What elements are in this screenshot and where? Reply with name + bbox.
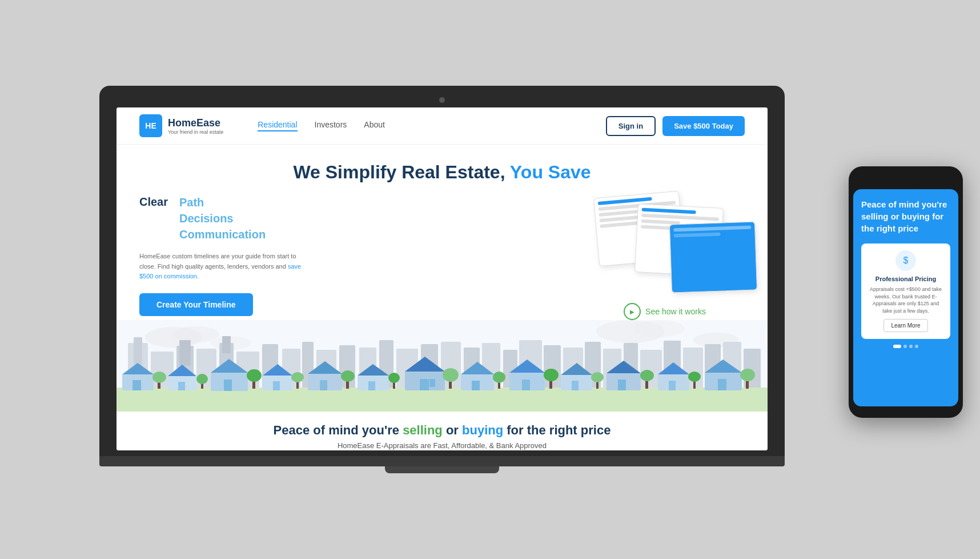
svg-point-56	[247, 369, 262, 382]
phone-dots	[861, 345, 950, 348]
dot-4	[915, 345, 918, 348]
tagline-communication: Communication	[179, 226, 266, 242]
laptop-stand	[385, 466, 499, 473]
svg-rect-54	[224, 380, 232, 391]
svg-rect-74	[420, 379, 429, 390]
svg-point-4	[633, 320, 685, 337]
create-timeline-button[interactable]: Create Your Timeline	[139, 293, 253, 316]
svg-rect-95	[618, 380, 626, 390]
phone-content: Peace of mind you're selling or buying f…	[853, 189, 958, 357]
save-cta-button[interactable]: Save $500 Today	[662, 116, 745, 136]
laptop-camera	[439, 97, 445, 103]
nav-residential[interactable]: Residential	[258, 120, 297, 131]
svg-point-66	[341, 370, 355, 382]
svg-rect-100	[669, 381, 676, 390]
svg-rect-85	[522, 380, 530, 390]
svg-rect-11	[179, 340, 191, 366]
laptop-base	[99, 456, 785, 466]
svg-point-2	[174, 326, 219, 342]
phone-card: $ Professional Pricing Appraisals cost +…	[861, 243, 950, 339]
logo-icon-text: HE	[145, 121, 156, 130]
hero-description: HomeEase custom timelines are your guide…	[139, 251, 311, 282]
dollar-icon: $	[895, 250, 916, 271]
how-it-works[interactable]: ▶ See how it works	[585, 303, 745, 320]
svg-rect-105	[718, 379, 726, 390]
dot-2	[903, 345, 907, 348]
nav-about[interactable]: About	[364, 120, 385, 131]
svg-rect-41	[117, 388, 768, 412]
svg-rect-90	[572, 381, 579, 390]
svg-point-46	[152, 372, 166, 383]
phone-body: Peace of mind you're selling or buying f…	[849, 166, 963, 418]
svg-point-87	[544, 369, 559, 381]
timeline-mockup	[585, 194, 745, 297]
peace-subtitle: HomeEase E-Appraisals are Fast, Affordab…	[139, 441, 745, 450]
svg-rect-64	[320, 380, 327, 390]
svg-point-102	[688, 372, 701, 382]
phone-device: Peace of mind you're selling or buying f…	[849, 166, 963, 418]
laptop-screen: HE HomeEase Your friend in real estate R…	[117, 107, 768, 450]
buying-text: buying	[462, 423, 503, 437]
tagline-decisions: Decisions	[179, 210, 266, 226]
logo-name: HomeEase	[168, 117, 223, 129]
dot-3	[909, 345, 913, 348]
tagline-path: Path	[179, 194, 266, 210]
phone-hero-text: Peace of mind you're selling or buying f…	[861, 198, 950, 234]
svg-rect-14	[222, 336, 231, 353]
hero-content: Clear Path Decisions Communication HomeE…	[139, 194, 745, 320]
site-header: HE HomeEase Your friend in real estate R…	[117, 107, 768, 145]
learn-more-button[interactable]: Learn More	[883, 319, 927, 332]
play-button-icon[interactable]: ▶	[624, 303, 641, 320]
svg-point-71	[388, 373, 400, 383]
logo-area: HE HomeEase Your friend in real estate	[139, 114, 223, 137]
hero-right: ▶ See how it works	[585, 194, 745, 320]
peace-title: Peace of mind you're selling or buying f…	[139, 423, 745, 438]
mock-card-3	[669, 221, 757, 293]
phone-screen: Peace of mind you're selling or buying f…	[853, 189, 958, 406]
dot-1	[893, 345, 901, 348]
svg-rect-8	[134, 337, 142, 366]
hero-title-text: We Simplify Real Estate,	[293, 162, 509, 182]
cityscape	[117, 320, 768, 412]
svg-point-61	[291, 372, 304, 382]
svg-point-51	[196, 374, 208, 384]
svg-point-82	[493, 372, 505, 383]
svg-point-107	[740, 369, 755, 381]
signin-button[interactable]: Sign in	[606, 116, 656, 136]
nav-investors[interactable]: Investors	[315, 120, 347, 131]
website-content: HE HomeEase Your friend in real estate R…	[117, 107, 768, 450]
header-buttons: Sign in Save $500 Today	[606, 116, 745, 136]
svg-rect-59	[273, 381, 280, 390]
how-it-works-label: See how it works	[645, 307, 706, 316]
svg-rect-75	[429, 379, 435, 387]
hero-title: We Simplify Real Estate, You Save	[139, 162, 745, 183]
svg-rect-80	[472, 381, 480, 390]
hero-title-highlight: You Save	[510, 162, 591, 182]
hero-left: Clear Path Decisions Communication HomeE…	[139, 194, 562, 316]
scene: HE HomeEase Your friend in real estate R…	[0, 0, 980, 559]
svg-point-77	[443, 368, 459, 382]
nav-links: Residential Investors About	[258, 120, 606, 131]
bottom-section: Peace of mind you're selling or buying f…	[117, 412, 768, 450]
svg-rect-69	[368, 381, 375, 390]
hero-tagline: Clear Path Decisions Communication	[139, 194, 562, 242]
phone-card-desc: Appraisals cost +$500 and take weeks. Ou…	[868, 286, 943, 314]
svg-rect-49	[178, 382, 185, 390]
hero-section: We Simplify Real Estate, You Save Clear …	[117, 145, 768, 320]
svg-rect-44	[132, 380, 141, 390]
selling-text: selling	[403, 423, 443, 437]
logo-tagline: Your friend in real estate	[168, 129, 223, 135]
svg-point-97	[640, 370, 654, 381]
svg-point-92	[591, 372, 604, 382]
phone-notch	[889, 174, 923, 185]
logo-text: HomeEase Your friend in real estate	[168, 117, 223, 135]
phone-card-title: Professional Pricing	[868, 275, 943, 282]
laptop-device: HE HomeEase Your friend in real estate R…	[99, 86, 785, 473]
clear-label: Clear	[139, 195, 174, 209]
logo-icon: HE	[139, 114, 162, 137]
tagline-words: Path Decisions Communication	[179, 194, 266, 242]
